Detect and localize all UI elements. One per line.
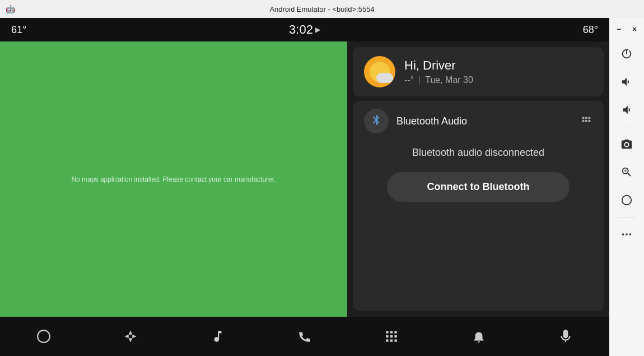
main-wrapper: 61° 3:02 ▶ 68° No maps application insta… (0, 18, 644, 356)
svg-rect-4 (386, 335, 389, 337)
time-text: 3:02 (289, 22, 313, 37)
map-message: No maps application installed. Please co… (66, 170, 282, 189)
svg-rect-9 (395, 339, 397, 341)
right-panel: Hi, Driver --° | Tue, Mar 30 (347, 41, 609, 317)
bluetooth-header: Bluetooth Audio (364, 109, 592, 133)
close-button[interactable]: × (628, 22, 641, 36)
map-area: No maps application installed. Please co… (0, 41, 347, 317)
nav-notifications[interactable] (465, 322, 493, 350)
separator-1 (618, 127, 635, 127)
circle-button[interactable] (614, 188, 639, 212)
time-display: 3:02 ▶ (289, 22, 320, 37)
cloud-overlay (376, 73, 393, 83)
signal-icon: ▶ (315, 26, 320, 34)
greeting-date: Tue, Mar 30 (425, 75, 473, 85)
svg-point-10 (622, 196, 632, 205)
volume-up-button[interactable] (614, 70, 639, 94)
temperature-left: 61° (11, 24, 26, 36)
title-bar: 🤖 Android Emulator - <build>:5554 (0, 0, 644, 18)
camera-button[interactable] (614, 132, 639, 156)
nav-home[interactable] (30, 322, 58, 350)
svg-rect-6 (395, 335, 397, 337)
more-button[interactable] (614, 222, 639, 247)
title-bar-text: Android Emulator - <build>:5554 (269, 5, 374, 13)
bluetooth-symbol (370, 114, 382, 129)
nav-phone[interactable] (291, 322, 319, 350)
weather-temp: --° (404, 75, 414, 85)
svg-rect-7 (386, 339, 389, 341)
connect-bluetooth-button[interactable]: Connect to Bluetooth (387, 172, 570, 202)
nav-navigation[interactable] (116, 322, 144, 350)
power-button[interactable] (614, 41, 639, 66)
content-area: No maps application installed. Please co… (0, 41, 609, 317)
bluetooth-icon (364, 109, 389, 133)
minimize-button[interactable]: − (612, 22, 626, 36)
temperature-right: 68° (583, 24, 598, 36)
separator-2 (618, 217, 635, 218)
nav-microphone[interactable] (552, 322, 580, 350)
volume-down-button[interactable] (614, 98, 639, 122)
emulator-screen: 61° 3:02 ▶ 68° No maps application insta… (0, 18, 609, 356)
svg-point-12 (626, 233, 628, 235)
status-bar: 61° 3:02 ▶ 68° (0, 18, 609, 41)
greeting-name: Hi, Driver (404, 58, 473, 73)
separator: | (418, 75, 421, 85)
bluetooth-status: Bluetooth audio disconnected (364, 141, 592, 164)
nav-apps[interactable] (377, 322, 405, 350)
svg-point-13 (629, 233, 632, 235)
greeting-sub: --° | Tue, Mar 30 (404, 75, 473, 85)
svg-rect-2 (390, 331, 393, 333)
svg-point-0 (38, 330, 50, 343)
svg-point-11 (622, 233, 624, 235)
nav-music[interactable] (204, 322, 232, 350)
grid-menu-icon[interactable] (580, 114, 592, 129)
zoom-button[interactable] (614, 160, 639, 184)
emulator-icon: 🤖 (6, 4, 15, 13)
side-toolbar: − × (609, 18, 644, 356)
svg-rect-1 (386, 331, 389, 333)
bluetooth-title-row: Bluetooth Audio (364, 109, 467, 133)
svg-rect-3 (395, 331, 397, 333)
svg-rect-5 (390, 335, 393, 337)
bluetooth-card: Bluetooth Audio Bluetooth audio disconne… (353, 101, 604, 311)
bottom-nav (0, 317, 609, 356)
weather-icon (364, 56, 395, 87)
greeting-text: Hi, Driver --° | Tue, Mar 30 (404, 58, 473, 85)
bluetooth-title: Bluetooth Audio (396, 115, 467, 127)
greeting-card: Hi, Driver --° | Tue, Mar 30 (353, 47, 604, 96)
svg-rect-8 (390, 339, 393, 341)
